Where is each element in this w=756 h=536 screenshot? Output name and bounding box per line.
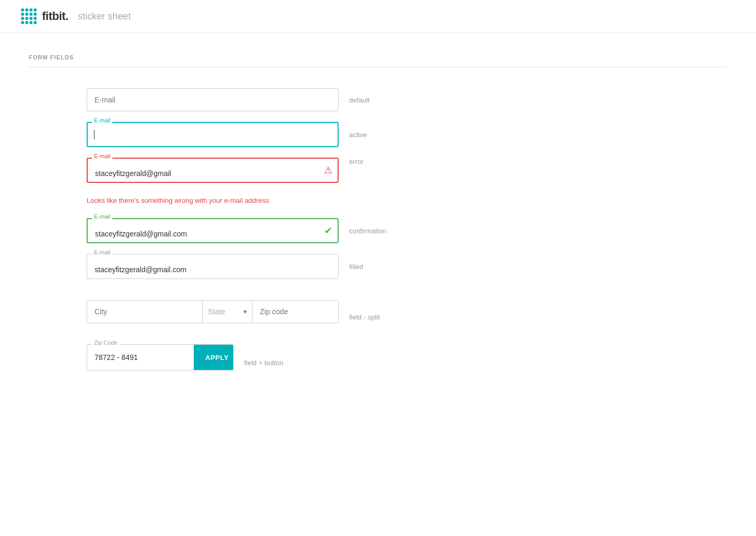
email-float-label-confirm: E-mail [92, 213, 112, 220]
state-label-split: field - split [349, 313, 391, 321]
email-input-confirmation[interactable] [87, 218, 339, 243]
fitbit-logo-grid [21, 8, 37, 24]
field-button-row: APPLY [87, 344, 234, 370]
zip-float-label: Zip Code [92, 339, 120, 346]
confirm-icon: ✔ [324, 225, 332, 236]
error-message: Looks like there's something wrong with … [87, 197, 269, 204]
logo: fitbit. sticker sheet [21, 8, 131, 24]
email-field-active-wrapper: E-mail [87, 122, 339, 147]
field-row-active: E-mail active [87, 122, 727, 147]
field-row-error: E-mail ⚠ error Looks like there's someth… [87, 158, 727, 208]
error-icon: ⚠ [324, 164, 332, 176]
error-inner-row: E-mail ⚠ error [87, 158, 727, 183]
spacer [87, 290, 727, 300]
field-row-confirmation: E-mail ✔ confirmation [87, 218, 727, 243]
email-float-label-error: E-mail [92, 153, 112, 159]
apply-button[interactable]: APPLY [194, 345, 234, 370]
field-row-filled: E-mail filled [87, 254, 727, 279]
state-select-wrapper: State ▼ [202, 300, 252, 323]
field-row-field-button: Zip Code APPLY field + button [87, 344, 727, 381]
email-field-error-wrapper: E-mail ⚠ [87, 158, 339, 183]
city-input[interactable] [87, 300, 202, 323]
email-input-default[interactable] [87, 88, 339, 111]
email-input-error[interactable] [87, 158, 339, 183]
logo-subtitle: sticker sheet [78, 11, 131, 22]
form-fields-section: default E-mail active E-mail ⚠ error Loo… [29, 88, 727, 391]
field-row-split: State ▼ field - split [87, 300, 727, 334]
section-title: FORM FIELDS [29, 54, 727, 60]
email-field-filled-wrapper: E-mail [87, 254, 339, 279]
zip-input-split[interactable] [252, 300, 339, 323]
field-row-default: default [87, 88, 727, 111]
logo-text: fitbit. [42, 9, 68, 23]
cursor-bar [94, 130, 94, 139]
zip-field-button-wrapper: Zip Code APPLY [87, 344, 234, 370]
state-select[interactable]: State [202, 300, 252, 323]
zip-input-field-button[interactable] [87, 345, 194, 370]
email-input-active[interactable] [87, 122, 339, 147]
section-divider [29, 67, 727, 67]
state-label-filled: filled [349, 263, 391, 271]
email-float-label-active: E-mail [92, 117, 112, 123]
state-label-confirmation: confirmation [349, 227, 391, 235]
header: fitbit. sticker sheet [0, 0, 756, 33]
state-label-default: default [349, 96, 391, 104]
split-fields-container: State ▼ [87, 300, 339, 323]
email-float-label-filled: E-mail [92, 249, 112, 255]
email-field-confirm-wrapper: E-mail ✔ [87, 218, 339, 243]
state-label-error: error [349, 158, 391, 166]
state-label-field-button: field + button [244, 359, 286, 367]
email-input-filled[interactable] [87, 254, 339, 279]
main-content: FORM FIELDS default E-mail active E-mail… [0, 33, 756, 413]
state-label-active: active [349, 131, 391, 139]
